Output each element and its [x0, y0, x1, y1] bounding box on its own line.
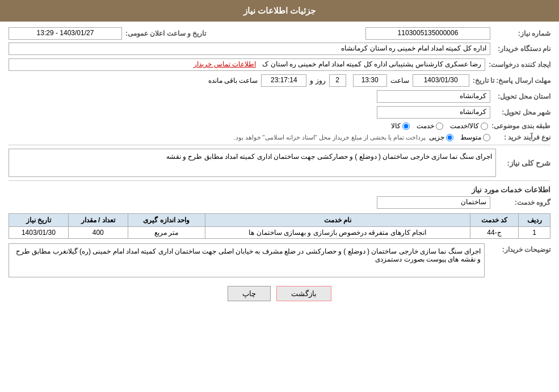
purchase-type-row: نوع فرآیند خرید : متوسط جزیی پرداخت تمام… — [9, 133, 550, 141]
city-row: شهر محل تحویل: کرمانشاه — [9, 106, 550, 119]
purchase-option-motavasset[interactable]: متوسط — [460, 133, 490, 141]
buyer-org-row: نام دستگاه خریدار: اداره کل کمیته امداد … — [9, 43, 550, 55]
category-option-kala[interactable]: کالا — [391, 122, 410, 130]
col-header-name: نام خدمت — [205, 214, 470, 227]
page-header: جزئیات اطلاعات نیاز — [0, 0, 559, 22]
purchase-type-label: نوع فرآیند خرید : — [494, 133, 550, 141]
services-section-title: اطلاعات خدمات مورد نیاز — [9, 186, 550, 194]
province-value: کرمانشاه — [377, 90, 490, 103]
category-label: طبقه بندی موضوعی: — [491, 122, 550, 130]
need-desc-value: اجرای سنگ نما سازی خارجی ساختمان ( دوضلع… — [9, 149, 496, 177]
service-group-value: ساختمان — [377, 196, 490, 209]
category-radio-khedmat[interactable] — [436, 123, 443, 130]
col-header-code: کد خدمت — [470, 214, 518, 227]
bottom-buttons: بازگشت چاپ — [9, 286, 550, 301]
table-body: 1ج-44انجام کارهای متفرقه درخصوص بازسازی … — [9, 227, 550, 239]
response-deadline-row: مهلت ارسال پاسخ: تا تاریخ: 1403/01/30 سا… — [9, 74, 550, 87]
remaining-suffix: ساعت باقی مانده — [208, 77, 258, 85]
table-header: ردیف کد خدمت نام خدمت واحد اندازه گیری ت… — [9, 214, 550, 227]
service-group-label: گروه خدمت: — [494, 199, 550, 206]
category-option-kala-khedmat[interactable]: کالا/خدمت — [450, 122, 488, 130]
requester-row: ایجاد کننده درخواست: رضا عسکری کارشناس پ… — [9, 58, 550, 71]
buyer-notes-label: توضیحات خریدار: — [494, 243, 550, 254]
need-desc-label: شرح کلی نیاز: — [499, 159, 550, 167]
table-cell-name: انجام کارهای متفرقه درخصوص بازسازی و بهس… — [205, 227, 470, 239]
days-value: 2 — [329, 74, 346, 87]
purchase-radio-jozii[interactable] — [446, 134, 453, 141]
purchase-type-note: پرداخت تمام یا بخشی از مبلغ خریداز محل "… — [9, 134, 426, 141]
purchase-radio-group: متوسط جزیی — [429, 133, 490, 141]
category-row: طبقه بندی موضوعی: کالا/خدمت خدمت کالا — [9, 122, 550, 130]
purchase-radio-motavasset[interactable] — [483, 134, 490, 141]
announce-date-label: تاریخ و ساعت اعلان عمومی: — [125, 29, 206, 37]
services-table: ردیف کد خدمت نام خدمت واحد اندازه گیری ت… — [9, 213, 550, 239]
city-value: کرمانشاه — [377, 106, 490, 119]
table-row: 1ج-44انجام کارهای متفرقه درخصوص بازسازی … — [9, 227, 550, 239]
service-group-row: گروه خدمت: ساختمان — [9, 196, 550, 209]
remaining-label: روز و — [310, 77, 325, 85]
requester-contact-link[interactable]: اطلاعات تماس خریدار — [194, 60, 256, 68]
purchase-option-jozii[interactable]: جزیی — [429, 133, 453, 141]
requester-label: ایجاد کننده درخواست: — [489, 61, 550, 69]
response-deadline-label: مهلت ارسال پاسخ: تا تاریخ: — [473, 77, 550, 85]
category-label-kala: کالا — [391, 122, 401, 130]
time-label: ساعت — [390, 77, 409, 85]
main-container: جزئیات اطلاعات نیاز شماره نیاز: 11030051… — [0, 0, 559, 392]
province-label: استان محل تحویل: — [494, 92, 550, 100]
need-number-row: شماره نیاز: 1103005135000006 تاریخ و ساع… — [9, 27, 550, 40]
need-desc-container: اجرای سنگ نما سازی خارجی ساختمان ( دوضلع… — [9, 149, 496, 177]
purchase-label-motavasset: متوسط — [460, 133, 481, 141]
col-header-unit: واحد اندازه گیری — [128, 214, 205, 227]
requester-value: رضا عسکری کارشناس پشتیبانی اداره کل کمیت… — [9, 58, 485, 71]
need-desc-row: شرح کلی نیاز: اجرای سنگ نما سازی خارجی س… — [9, 149, 550, 177]
category-radio-kala-khedmat[interactable] — [481, 123, 488, 130]
remaining-time: 23:17:14 — [261, 74, 306, 87]
announce-date-value: 1403/01/27 - 13:29 — [9, 27, 122, 40]
buyer-org-value: اداره کل کمیته امداد امام خمینی ره استان… — [9, 43, 490, 55]
buyer-org-label: نام دستگاه خریدار: — [494, 45, 550, 53]
content-area: شماره نیاز: 1103005135000006 تاریخ و ساع… — [0, 22, 559, 315]
category-option-khedmat[interactable]: خدمت — [417, 122, 443, 130]
col-header-date: تاریخ نیاز — [9, 214, 69, 227]
table-cell-qty: 400 — [68, 227, 128, 239]
buyer-notes-value: اجرای سنگ نما سازی خارجی ساختمان ( دوضلع… — [9, 243, 485, 277]
need-number-label: شماره نیاز: — [494, 29, 550, 37]
deadline-time: 13:30 — [353, 74, 387, 87]
table-cell-date: 1403/01/30 — [9, 227, 69, 239]
col-header-row: ردیف — [519, 214, 550, 227]
category-label-kala-khedmat: کالا/خدمت — [450, 122, 479, 130]
category-radio-group: کالا/خدمت خدمت کالا — [391, 122, 488, 130]
table-cell-code: ج-44 — [470, 227, 518, 239]
deadline-date: 1403/01/30 — [413, 74, 469, 87]
back-button[interactable]: بازگشت — [276, 286, 331, 301]
print-button[interactable]: چاپ — [228, 286, 271, 301]
province-row: استان محل تحویل: کرمانشاه — [9, 90, 550, 103]
buyer-notes-row: توضیحات خریدار: اجرای سنگ نما سازی خارجی… — [9, 243, 550, 277]
table-cell-row: 1 — [519, 227, 550, 239]
purchase-label-jozii: جزیی — [429, 133, 444, 141]
category-radio-kala[interactable] — [402, 123, 410, 130]
category-label-khedmat: خدمت — [417, 122, 434, 130]
table-cell-unit: متر مربع — [128, 227, 205, 239]
city-label: شهر محل تحویل: — [494, 108, 550, 116]
services-table-section: ردیف کد خدمت نام خدمت واحد اندازه گیری ت… — [9, 213, 550, 239]
page-title: جزئیات اطلاعات نیاز — [243, 6, 316, 15]
need-number-value: 1103005135000006 — [365, 27, 490, 40]
col-header-qty: تعداد / مقدار — [68, 214, 128, 227]
